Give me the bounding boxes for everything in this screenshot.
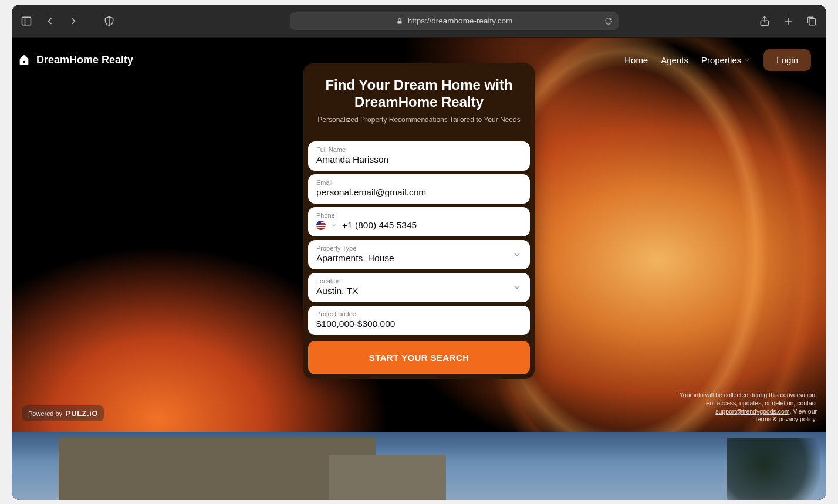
building-photo-section [12,432,826,500]
sidebar-toggle-icon[interactable] [20,15,33,28]
login-button[interactable]: Login [763,49,811,71]
brand[interactable]: DreamHome Realty [18,53,133,66]
legal-terms-link[interactable]: Terms & privacy policy. [754,415,817,422]
full-name-label: Full Name [316,146,522,153]
nav-properties-label: Properties [701,55,741,65]
phone-label: Phone [316,212,522,219]
location-label: Location [316,278,522,285]
share-icon[interactable] [758,15,771,28]
tree-silhouette [727,438,820,500]
card-subtitle: Personalized Property Recommendations Ta… [315,116,523,124]
budget-value: $100,000-$300,000 [316,319,522,329]
location-field[interactable]: Location Austin, TX [308,273,530,302]
shield-icon[interactable] [103,15,115,27]
legal-email-link[interactable]: support@trendygoods.com [715,408,789,415]
chevron-down-icon [744,56,751,63]
location-value: Austin, TX [316,286,522,296]
powered-prefix: Powered by [28,410,62,417]
legal-line1: Your info will be collected during this … [680,391,817,407]
property-type-value: Apartments, House [316,253,522,263]
start-search-button[interactable]: START YOUR SEARCH [308,341,530,374]
powered-by-badge[interactable]: Powered by PULZ.iO [22,405,104,421]
new-tab-icon[interactable] [782,15,795,28]
chevron-down-icon [512,283,522,292]
property-type-label: Property Type [316,245,522,252]
budget-field[interactable]: Project budget $100,000-$300,000 [308,306,530,335]
email-value: personal.email@gmail.com [316,187,522,198]
phone-field[interactable]: Phone +1 (800) 445 5345 [308,207,530,236]
reload-icon[interactable] [604,17,613,25]
forward-icon[interactable] [67,15,80,28]
brand-logo-icon [18,53,31,66]
budget-label: Project budget [316,310,522,317]
brand-text: DreamHome Realty [36,54,133,66]
full-name-value: Amanda Harisson [316,154,522,165]
flag-us-icon[interactable] [316,221,326,230]
legal-mid: . View our [790,408,817,415]
address-bar[interactable]: https://dreamhome-realty.com [290,12,619,30]
search-card: Find Your Dream Home with DreamHome Real… [303,63,535,379]
browser-toolbar: https://dreamhome-realty.com [12,5,826,38]
full-name-field[interactable]: Full Name Amanda Harisson [308,141,530,171]
powered-brand: PULZ.iO [66,409,98,418]
legal-text: Your info will be collected during this … [670,391,817,424]
tabs-icon[interactable] [805,15,818,28]
nav-agents[interactable]: Agents [661,55,688,65]
chevron-down-icon [512,250,522,259]
svg-point-7 [23,61,25,63]
back-icon[interactable] [43,15,56,28]
nav-home[interactable]: Home [624,55,648,65]
hero-section: DreamHome Realty Home Agents Properties … [12,38,826,432]
nav-properties[interactable]: Properties [701,55,751,65]
site-header: DreamHome Realty Home Agents Properties … [12,38,826,82]
svg-rect-6 [809,18,816,25]
phone-value: +1 (800) 445 5345 [342,220,417,231]
property-type-field[interactable]: Property Type Apartments, House [308,240,530,269]
lock-icon [396,18,403,25]
email-label: Email [316,179,522,186]
building-silhouette [59,438,376,500]
svg-rect-0 [22,17,31,25]
chevron-down-icon[interactable] [330,222,337,229]
email-field[interactable]: Email personal.email@gmail.com [308,174,530,204]
url-text: https://dreamhome-realty.com [408,16,512,25]
